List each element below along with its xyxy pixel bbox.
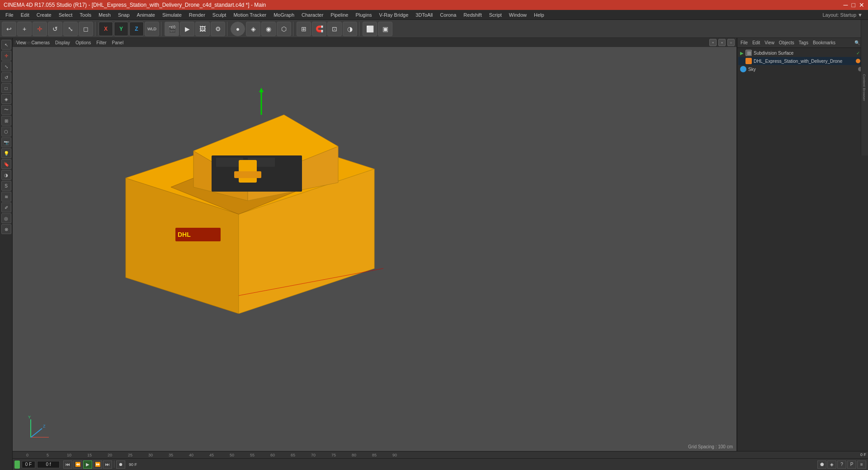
snap-settings-btn[interactable]: ⊡	[327, 22, 342, 36]
menu-snap[interactable]: Snap	[114, 11, 133, 19]
render-settings-btn[interactable]: ⚙	[211, 22, 225, 36]
motion-trail-btn[interactable]: ≡	[857, 461, 866, 469]
close-btn[interactable]: ✕	[859, 1, 864, 9]
record-btn[interactable]: ⏺	[116, 461, 125, 469]
menu-pipeline[interactable]: Pipeline	[327, 11, 352, 19]
menu-file[interactable]: File	[2, 11, 17, 19]
viewport-3d[interactable]: View Cameras Display Options Filter Pane…	[13, 38, 737, 451]
tool2-btn[interactable]: ▣	[378, 22, 392, 36]
menu-corona[interactable]: Corona	[436, 11, 460, 19]
left-deform-btn[interactable]: ⬡	[1, 127, 11, 136]
menu-edit[interactable]: Edit	[17, 11, 33, 19]
tab-content-browser[interactable]: Content Browser	[860, 72, 868, 103]
object-mode-btn[interactable]: ●	[231, 22, 245, 36]
go-end-btn[interactable]: ⏭	[103, 461, 112, 469]
vp-view-btn[interactable]: View	[14, 40, 28, 45]
poly-mode-btn[interactable]: ◈	[246, 22, 260, 36]
menu-window[interactable]: Window	[505, 11, 530, 19]
viewport-canvas[interactable]: View Cameras Display Options Filter Pane…	[13, 38, 736, 451]
om-search-icon[interactable]: 🔍	[854, 40, 860, 45]
scale-tool-btn[interactable]: ⤡	[63, 22, 78, 36]
om-item-dhl[interactable]: DHL_Express_Station_with_Delivery_Drone …	[738, 57, 867, 65]
menu-tools[interactable]: Tools	[76, 11, 95, 19]
left-spline-btn[interactable]: 〜	[1, 105, 11, 115]
render-region-btn[interactable]: ◻	[79, 22, 93, 36]
om-dhl-dot[interactable]	[856, 59, 860, 63]
om-tags-btn[interactable]: Tags	[797, 40, 810, 45]
left-hair-btn[interactable]: ≋	[1, 192, 11, 202]
frame-range-start[interactable]	[37, 461, 60, 468]
vp-cam-icon[interactable]: ×	[718, 39, 726, 46]
go-start-btn[interactable]: ⏮	[63, 461, 72, 469]
left-select-btn[interactable]: ↖	[1, 40, 11, 50]
om-view-btn[interactable]: View	[763, 40, 776, 45]
left-obj-btn[interactable]: □	[1, 83, 11, 93]
layout-selector[interactable]: Layout: Startup ▼	[822, 12, 866, 18]
render-active-btn[interactable]: ▶	[180, 22, 194, 36]
om-item-subdivsurface[interactable]: ▶ Subdivision Surface ✓	[738, 49, 867, 57]
prev-frame-btn[interactable]: ⏪	[73, 461, 82, 469]
window-controls[interactable]: ─ □ ✕	[844, 1, 864, 9]
menu-render[interactable]: Render	[185, 11, 209, 19]
point-mode-btn[interactable]: ⬡	[277, 22, 291, 36]
om-objects-btn[interactable]: Objects	[778, 40, 796, 45]
left-material-btn[interactable]: ◑	[1, 170, 11, 180]
left-xpresso-btn[interactable]: S	[1, 181, 11, 191]
left-sculpt-btn[interactable]: ✐	[1, 202, 11, 212]
menu-mograph[interactable]: MoGraph	[270, 11, 298, 19]
left-camera-btn[interactable]: 📷	[1, 137, 11, 147]
vp-full-icon[interactable]: ○	[727, 39, 735, 46]
undo-btn[interactable]: ↩	[2, 22, 16, 36]
rotate-tool-btn[interactable]: ↺	[48, 22, 62, 36]
current-frame-input[interactable]	[22, 461, 35, 468]
menu-vraybrige[interactable]: V-Ray Bridge	[376, 11, 412, 19]
x-axis-btn[interactable]: X	[99, 22, 113, 36]
vp-lock-icon[interactable]: +	[709, 39, 717, 46]
menu-help[interactable]: Help	[530, 11, 548, 19]
menu-redshift[interactable]: Redshift	[460, 11, 485, 19]
menu-motiontracker[interactable]: Motion Tracker	[230, 11, 270, 19]
anim-key-btn[interactable]: ◈	[827, 461, 836, 469]
om-vis-check[interactable]: ✓	[856, 51, 860, 56]
om-file-btn[interactable]: File	[739, 40, 749, 45]
vp-filter-btn[interactable]: Filter	[94, 40, 108, 45]
menu-character[interactable]: Character	[298, 11, 327, 19]
tool1-btn[interactable]: ⬜	[363, 22, 377, 36]
left-light-btn[interactable]: 💡	[1, 148, 11, 158]
left-tag-btn[interactable]: 🔖	[1, 159, 11, 169]
om-edit-btn[interactable]: Edit	[751, 40, 761, 45]
menu-script[interactable]: Script	[486, 11, 505, 19]
minimize-btn[interactable]: ─	[844, 1, 848, 9]
menu-create[interactable]: Create	[33, 11, 55, 19]
left-subdiv-btn[interactable]: ⊞	[1, 116, 11, 126]
y-axis-btn[interactable]: Y	[114, 22, 128, 36]
vp-cameras-btn[interactable]: Cameras	[30, 40, 52, 45]
om-expand-icon[interactable]: ▶	[740, 51, 744, 56]
render-btn[interactable]: 🎬	[165, 22, 179, 36]
vp-options-btn[interactable]: Options	[74, 40, 93, 45]
grid-btn[interactable]: ⊞	[297, 22, 311, 36]
next-frame-btn[interactable]: ⏩	[93, 461, 102, 469]
menu-mesh[interactable]: Mesh	[95, 11, 114, 19]
key-btn[interactable]: ⬟	[817, 461, 826, 469]
vp-display-btn[interactable]: Display	[53, 40, 72, 45]
world-mode-btn[interactable]: WLD	[145, 22, 159, 36]
menu-3dtoall[interactable]: 3DToAll	[412, 11, 436, 19]
z-axis-btn[interactable]: Z	[129, 22, 144, 36]
menu-sculpt[interactable]: Sculpt	[209, 11, 230, 19]
motion-path-btn[interactable]: P	[847, 461, 856, 469]
om-bookmarks-btn[interactable]: Bookmarks	[811, 40, 837, 45]
left-poly-btn[interactable]: ◈	[1, 94, 11, 104]
om-item-sky[interactable]: Sky ▪	[738, 65, 867, 73]
menu-plugins[interactable]: Plugins	[352, 11, 375, 19]
left-mograph-btn[interactable]: ◎	[1, 213, 11, 223]
menu-simulate[interactable]: Simulate	[159, 11, 185, 19]
snap-btn[interactable]: 🧲	[312, 22, 326, 36]
viewport-solo-btn[interactable]: ◑	[343, 22, 357, 36]
menu-animate[interactable]: Animate	[133, 11, 159, 19]
select-tool-btn[interactable]: +	[17, 22, 32, 36]
picture-viewer-btn[interactable]: 🖼	[195, 22, 210, 36]
left-move-btn[interactable]: ✛	[1, 51, 11, 61]
left-dynamics-btn[interactable]: ⊗	[1, 224, 11, 234]
anim-mode-btn[interactable]: ?	[837, 461, 846, 469]
